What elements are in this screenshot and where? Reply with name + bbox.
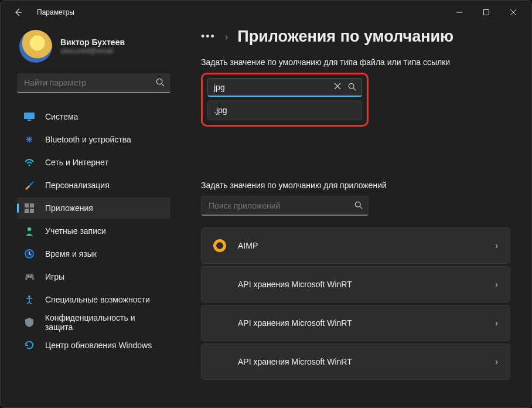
- app-name: AIMP: [238, 241, 258, 250]
- page-title: Приложения по умолчанию: [237, 28, 453, 46]
- search-icon[interactable]: [156, 78, 165, 87]
- nav: Система ❋Bluetooth и устройства Сеть и И…: [17, 106, 170, 356]
- sidebar-item-time-language[interactable]: Время и язык: [17, 243, 170, 264]
- sidebar-item-network[interactable]: Сеть и Интернет: [17, 152, 170, 173]
- close-button[interactable]: [500, 3, 527, 22]
- svg-point-12: [349, 83, 354, 89]
- chevron-right-icon: ›: [495, 318, 498, 328]
- svg-rect-13: [492, 143, 497, 149]
- app-item[interactable]: API хранения Microsoft WinRT ›: [201, 305, 510, 341]
- sidebar-item-update[interactable]: Центр обновления Windows: [17, 335, 170, 356]
- app-name: API хранения Microsoft WinRT: [238, 280, 352, 289]
- gamepad-icon: 🎮: [24, 271, 35, 282]
- app-search: [201, 196, 369, 216]
- open-external-button[interactable]: [491, 141, 499, 149]
- svg-point-11: [28, 295, 30, 298]
- file-type-section-label: Задать значение по умолчанию для типа фа…: [201, 57, 510, 67]
- update-icon: [24, 340, 35, 351]
- accessibility-icon: [24, 294, 35, 305]
- breadcrumb-more[interactable]: •••: [201, 30, 216, 43]
- svg-point-4: [29, 165, 30, 166]
- apps-section-label: Задать значения по умолчанию для приложе…: [201, 181, 510, 190]
- nav-label: Конфиденциальность и защита: [45, 313, 163, 332]
- default-value-card[interactable]: Выбор значения по умолчанию: [201, 127, 510, 164]
- titlebar: Параметры: [1, 1, 531, 24]
- sidebar-item-personalization[interactable]: 🖌️Персонализация: [17, 175, 170, 196]
- search-button[interactable]: [348, 83, 356, 91]
- sidebar-item-apps[interactable]: Приложения: [17, 198, 170, 219]
- svg-point-1: [156, 79, 162, 84]
- back-button[interactable]: [8, 2, 29, 23]
- svg-point-9: [28, 227, 31, 231]
- app-name: API хранения Microsoft WinRT: [238, 318, 352, 328]
- sidebar-item-accounts[interactable]: Учетные записи: [17, 220, 170, 242]
- search-icon[interactable]: [354, 201, 363, 209]
- chevron-right-icon: ›: [495, 280, 498, 289]
- clear-button[interactable]: [334, 83, 341, 90]
- chevron-right-icon: ›: [495, 241, 498, 250]
- nav-label: Сеть и Интернет: [45, 158, 108, 167]
- clock-icon: [24, 249, 35, 259]
- app-item[interactable]: API хранения Microsoft WinRT ›: [201, 344, 510, 380]
- content: ••• › Приложения по умолчанию Задать зна…: [178, 24, 531, 407]
- x-icon: [334, 83, 341, 90]
- window-controls: [446, 3, 527, 22]
- sidebar: Виктор Бухтеев obscured@email Система ❋B…: [1, 24, 178, 407]
- svg-rect-0: [484, 10, 489, 15]
- maximize-icon: [483, 9, 489, 15]
- nav-label: Персонализация: [45, 181, 110, 190]
- svg-point-14: [355, 202, 360, 207]
- person-icon: [24, 226, 35, 236]
- sidebar-item-bluetooth[interactable]: ❋Bluetooth и устройства: [17, 129, 170, 150]
- profile-block[interactable]: Виктор Бухтеев obscured@email: [19, 30, 170, 63]
- app-icon-aimp: [213, 239, 226, 252]
- file-type-highlight: .jpg: [201, 73, 369, 127]
- maximize-button[interactable]: [473, 3, 500, 22]
- file-type-dropdown-item[interactable]: .jpg: [207, 100, 362, 120]
- app-search-input[interactable]: [201, 196, 369, 216]
- svg-rect-8: [30, 209, 34, 213]
- chevron-right-icon: ›: [495, 357, 498, 366]
- sidebar-item-accessibility[interactable]: Специальные возможности: [17, 289, 170, 310]
- minimize-button[interactable]: [446, 3, 473, 22]
- svg-rect-7: [25, 209, 29, 213]
- sidebar-item-gaming[interactable]: 🎮Игры: [17, 266, 170, 287]
- apps-icon: [24, 203, 35, 213]
- svg-rect-6: [30, 203, 34, 208]
- brush-icon: 🖌️: [24, 180, 35, 191]
- app-item[interactable]: API хранения Microsoft WinRT ›: [201, 266, 510, 302]
- profile-email: obscured@email: [60, 47, 125, 55]
- avatar: [19, 30, 52, 63]
- svg-rect-2: [24, 113, 35, 119]
- app-list: AIMP › API хранения Microsoft WinRT › AP…: [201, 227, 510, 380]
- breadcrumb: ••• › Приложения по умолчанию: [201, 28, 510, 46]
- sidebar-search: [17, 73, 170, 93]
- nav-label: Приложения: [45, 203, 93, 213]
- default-placeholder: Выбор значения по умолчанию: [243, 141, 353, 150]
- sidebar-search-input[interactable]: [17, 73, 170, 93]
- search-icon: [348, 83, 356, 91]
- sidebar-item-system[interactable]: Система: [17, 106, 170, 127]
- nav-label: Время и язык: [45, 249, 97, 259]
- nav-label: Специальные возможности: [45, 295, 150, 304]
- nav-label: Игры: [45, 272, 64, 281]
- external-icon: [491, 141, 499, 149]
- nav-label: Учетные записи: [45, 226, 106, 236]
- settings-window: Параметры Виктор Бухтеев obscured@email …: [0, 0, 532, 408]
- bluetooth-icon: ❋: [24, 134, 35, 145]
- svg-rect-3: [28, 120, 31, 121]
- app-name: API хранения Microsoft WinRT: [238, 357, 352, 366]
- monitor-icon: [24, 111, 35, 122]
- chevron-right-icon: ›: [225, 32, 228, 42]
- nav-label: Система: [45, 112, 78, 121]
- window-title: Параметры: [37, 8, 74, 16]
- arrow-left-icon: [13, 8, 23, 17]
- nav-label: Bluetooth и устройства: [45, 135, 131, 144]
- app-item[interactable]: AIMP ›: [201, 227, 510, 264]
- profile-name: Виктор Бухтеев: [60, 38, 125, 47]
- nav-label: Центр обновления Windows: [45, 341, 152, 350]
- sidebar-item-privacy[interactable]: Конфиденциальность и защита: [17, 312, 170, 333]
- svg-rect-5: [25, 203, 29, 208]
- close-icon: [510, 9, 516, 15]
- file-type-search: [207, 78, 362, 97]
